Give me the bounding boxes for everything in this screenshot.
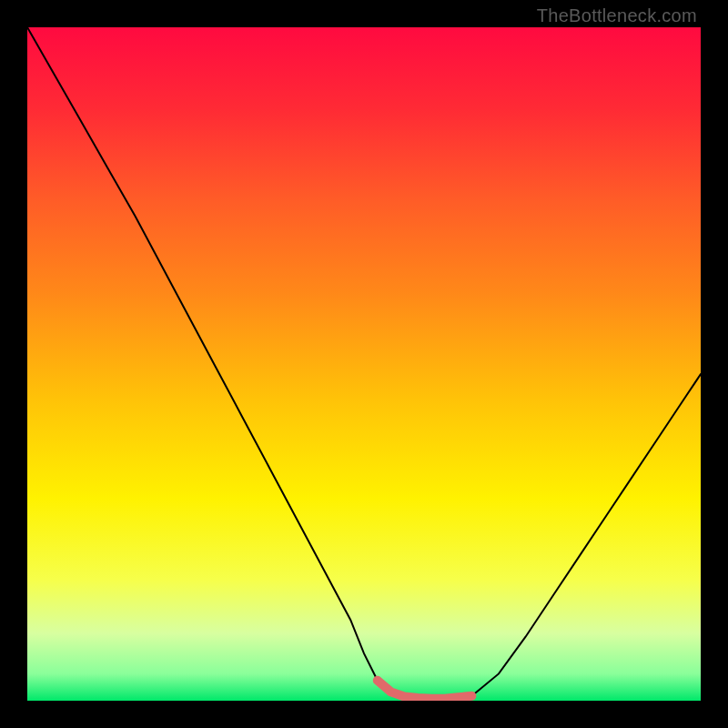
curves-layer [27,27,701,701]
bottleneck-curve [27,27,701,699]
chart-frame: TheBottleneck.com [0,0,728,728]
watermark-text: TheBottleneck.com [537,5,697,26]
plot-area [27,27,701,701]
optimal-region-highlight [378,681,472,699]
